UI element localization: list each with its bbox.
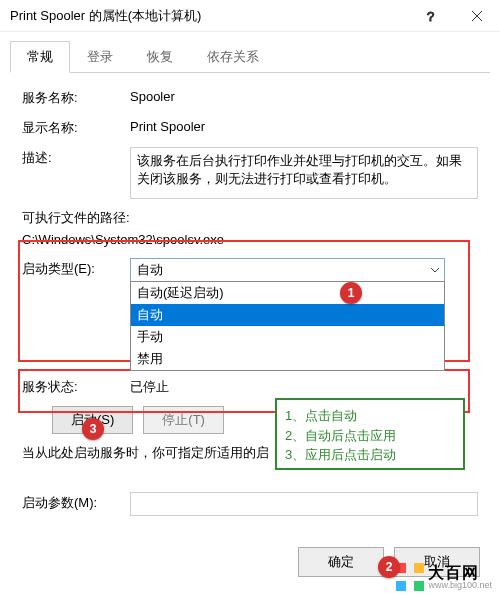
startup-type-label: 启动类型(E): [22, 258, 130, 278]
annotation-marker-3: 3 [82, 418, 104, 440]
startup-type-selected: 自动 [137, 261, 163, 279]
annotation-marker-2: 2 [378, 556, 400, 578]
tab-dependencies[interactable]: 依存关系 [190, 41, 276, 73]
display-name-label: 显示名称: [22, 117, 130, 137]
service-name-value: Spooler [130, 87, 478, 104]
start-params-input[interactable] [130, 492, 478, 516]
svg-text:?: ? [427, 10, 434, 22]
startup-type-select[interactable]: 自动 [130, 258, 445, 282]
service-name-label: 服务名称: [22, 87, 130, 107]
description-label: 描述: [22, 147, 130, 167]
green-hint-3: 3、应用后点击启动 [285, 445, 455, 465]
option-auto-delayed[interactable]: 自动(延迟启动) [131, 282, 444, 304]
green-hint-1: 1、点击自动 [285, 406, 455, 426]
option-manual[interactable]: 手动 [131, 326, 444, 348]
chevron-down-icon [430, 263, 440, 278]
watermark: 大百网 www.big100.net [396, 563, 492, 591]
description-textbox[interactable]: 该服务在后台执行打印作业并处理与打印机的交互。如果关闭该服务，则无法进行打印或查… [130, 147, 478, 199]
watermark-sub: www.big100.net [428, 581, 492, 590]
green-hint-2: 2、自动后点击应用 [285, 426, 455, 446]
close-button[interactable] [454, 0, 500, 32]
annotation-greenbox: 1、点击自动 2、自动后点击应用 3、应用后点击启动 [275, 398, 465, 470]
titlebar: Print Spooler 的属性(本地计算机) ? [0, 0, 500, 32]
option-disabled[interactable]: 禁用 [131, 348, 444, 370]
service-status-value: 已停止 [130, 376, 478, 396]
window-title: Print Spooler 的属性(本地计算机) [10, 7, 408, 25]
tab-recovery[interactable]: 恢复 [130, 41, 190, 73]
display-name-value: Print Spooler [130, 117, 478, 134]
tab-logon[interactable]: 登录 [70, 41, 130, 73]
start-params-label: 启动参数(M): [22, 492, 130, 512]
tabs: 常规 登录 恢复 依存关系 [10, 40, 490, 73]
ok-button[interactable]: 确定 [298, 547, 384, 577]
help-button[interactable]: ? [408, 0, 454, 32]
exe-path-label: 可执行文件的路径: [22, 209, 478, 227]
watermark-main: 大百网 [428, 565, 492, 581]
watermark-logo-icon [396, 563, 424, 591]
tab-general[interactable]: 常规 [10, 41, 70, 73]
startup-type-dropdown: 自动(延迟启动) 自动 手动 禁用 [130, 281, 445, 371]
service-status-label: 服务状态: [22, 376, 130, 396]
option-auto[interactable]: 自动 [131, 304, 444, 326]
annotation-marker-1: 1 [340, 282, 362, 304]
stop-button: 停止(T) [143, 406, 224, 434]
exe-path-value: C:\Windows\System32\spoolsv.exe [22, 229, 478, 250]
